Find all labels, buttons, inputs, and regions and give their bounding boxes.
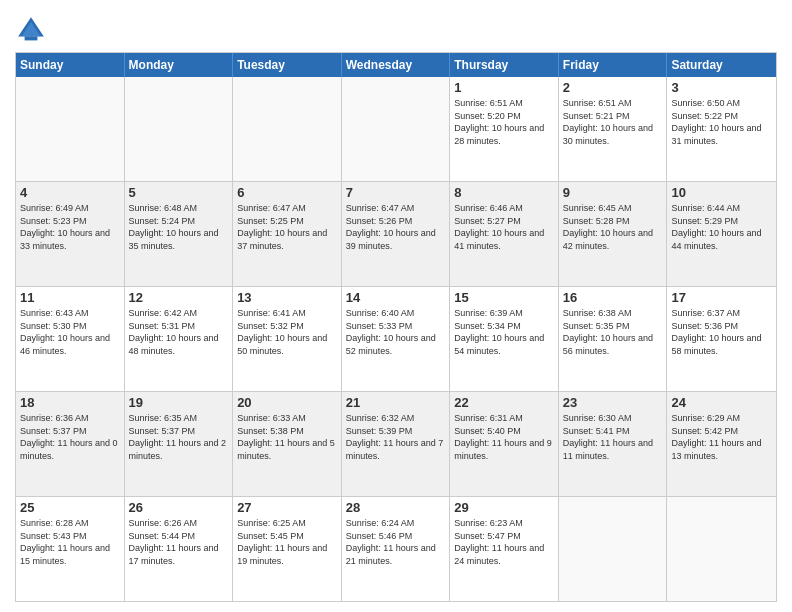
day-number: 18 (20, 395, 120, 410)
day-number: 17 (671, 290, 772, 305)
calendar-week-2: 11Sunrise: 6:43 AM Sunset: 5:30 PM Dayli… (16, 286, 776, 391)
calendar-day-11: 11Sunrise: 6:43 AM Sunset: 5:30 PM Dayli… (16, 287, 125, 391)
day-number: 9 (563, 185, 663, 200)
calendar-day-10: 10Sunrise: 6:44 AM Sunset: 5:29 PM Dayli… (667, 182, 776, 286)
calendar-empty-cell (233, 77, 342, 181)
calendar-day-1: 1Sunrise: 6:51 AM Sunset: 5:20 PM Daylig… (450, 77, 559, 181)
calendar-week-3: 18Sunrise: 6:36 AM Sunset: 5:37 PM Dayli… (16, 391, 776, 496)
header-day-friday: Friday (559, 53, 668, 77)
day-number: 28 (346, 500, 446, 515)
day-number: 13 (237, 290, 337, 305)
logo (15, 14, 51, 46)
header-day-thursday: Thursday (450, 53, 559, 77)
calendar-day-25: 25Sunrise: 6:28 AM Sunset: 5:43 PM Dayli… (16, 497, 125, 601)
day-info: Sunrise: 6:42 AM Sunset: 5:31 PM Dayligh… (129, 307, 229, 357)
day-number: 11 (20, 290, 120, 305)
page: SundayMondayTuesdayWednesdayThursdayFrid… (0, 0, 792, 612)
calendar-empty-cell (16, 77, 125, 181)
day-info: Sunrise: 6:25 AM Sunset: 5:45 PM Dayligh… (237, 517, 337, 567)
calendar-day-14: 14Sunrise: 6:40 AM Sunset: 5:33 PM Dayli… (342, 287, 451, 391)
day-info: Sunrise: 6:48 AM Sunset: 5:24 PM Dayligh… (129, 202, 229, 252)
day-info: Sunrise: 6:39 AM Sunset: 5:34 PM Dayligh… (454, 307, 554, 357)
day-info: Sunrise: 6:41 AM Sunset: 5:32 PM Dayligh… (237, 307, 337, 357)
calendar: SundayMondayTuesdayWednesdayThursdayFrid… (15, 52, 777, 602)
calendar-empty-cell (667, 497, 776, 601)
day-info: Sunrise: 6:33 AM Sunset: 5:38 PM Dayligh… (237, 412, 337, 462)
day-number: 7 (346, 185, 446, 200)
header-day-wednesday: Wednesday (342, 53, 451, 77)
day-info: Sunrise: 6:51 AM Sunset: 5:20 PM Dayligh… (454, 97, 554, 147)
day-info: Sunrise: 6:32 AM Sunset: 5:39 PM Dayligh… (346, 412, 446, 462)
day-info: Sunrise: 6:47 AM Sunset: 5:25 PM Dayligh… (237, 202, 337, 252)
calendar-day-16: 16Sunrise: 6:38 AM Sunset: 5:35 PM Dayli… (559, 287, 668, 391)
header-day-sunday: Sunday (16, 53, 125, 77)
calendar-day-6: 6Sunrise: 6:47 AM Sunset: 5:25 PM Daylig… (233, 182, 342, 286)
calendar-day-2: 2Sunrise: 6:51 AM Sunset: 5:21 PM Daylig… (559, 77, 668, 181)
calendar-day-17: 17Sunrise: 6:37 AM Sunset: 5:36 PM Dayli… (667, 287, 776, 391)
day-number: 2 (563, 80, 663, 95)
calendar-day-18: 18Sunrise: 6:36 AM Sunset: 5:37 PM Dayli… (16, 392, 125, 496)
calendar-body: 1Sunrise: 6:51 AM Sunset: 5:20 PM Daylig… (16, 77, 776, 601)
day-info: Sunrise: 6:44 AM Sunset: 5:29 PM Dayligh… (671, 202, 772, 252)
day-info: Sunrise: 6:24 AM Sunset: 5:46 PM Dayligh… (346, 517, 446, 567)
day-number: 24 (671, 395, 772, 410)
day-info: Sunrise: 6:38 AM Sunset: 5:35 PM Dayligh… (563, 307, 663, 357)
header-day-monday: Monday (125, 53, 234, 77)
day-info: Sunrise: 6:23 AM Sunset: 5:47 PM Dayligh… (454, 517, 554, 567)
svg-rect-2 (25, 36, 38, 40)
day-info: Sunrise: 6:29 AM Sunset: 5:42 PM Dayligh… (671, 412, 772, 462)
day-number: 14 (346, 290, 446, 305)
day-number: 22 (454, 395, 554, 410)
day-number: 8 (454, 185, 554, 200)
calendar-day-27: 27Sunrise: 6:25 AM Sunset: 5:45 PM Dayli… (233, 497, 342, 601)
day-number: 6 (237, 185, 337, 200)
day-number: 1 (454, 80, 554, 95)
day-info: Sunrise: 6:40 AM Sunset: 5:33 PM Dayligh… (346, 307, 446, 357)
logo-icon (15, 14, 47, 46)
calendar-day-13: 13Sunrise: 6:41 AM Sunset: 5:32 PM Dayli… (233, 287, 342, 391)
calendar-week-0: 1Sunrise: 6:51 AM Sunset: 5:20 PM Daylig… (16, 77, 776, 181)
calendar-day-4: 4Sunrise: 6:49 AM Sunset: 5:23 PM Daylig… (16, 182, 125, 286)
day-info: Sunrise: 6:46 AM Sunset: 5:27 PM Dayligh… (454, 202, 554, 252)
day-number: 29 (454, 500, 554, 515)
day-info: Sunrise: 6:28 AM Sunset: 5:43 PM Dayligh… (20, 517, 120, 567)
calendar-empty-cell (559, 497, 668, 601)
calendar-day-28: 28Sunrise: 6:24 AM Sunset: 5:46 PM Dayli… (342, 497, 451, 601)
calendar-day-15: 15Sunrise: 6:39 AM Sunset: 5:34 PM Dayli… (450, 287, 559, 391)
calendar-day-20: 20Sunrise: 6:33 AM Sunset: 5:38 PM Dayli… (233, 392, 342, 496)
calendar-week-4: 25Sunrise: 6:28 AM Sunset: 5:43 PM Dayli… (16, 496, 776, 601)
calendar-day-22: 22Sunrise: 6:31 AM Sunset: 5:40 PM Dayli… (450, 392, 559, 496)
day-info: Sunrise: 6:36 AM Sunset: 5:37 PM Dayligh… (20, 412, 120, 462)
header (15, 10, 777, 46)
header-day-saturday: Saturday (667, 53, 776, 77)
calendar-day-7: 7Sunrise: 6:47 AM Sunset: 5:26 PM Daylig… (342, 182, 451, 286)
header-day-tuesday: Tuesday (233, 53, 342, 77)
day-number: 4 (20, 185, 120, 200)
day-info: Sunrise: 6:50 AM Sunset: 5:22 PM Dayligh… (671, 97, 772, 147)
day-info: Sunrise: 6:47 AM Sunset: 5:26 PM Dayligh… (346, 202, 446, 252)
day-info: Sunrise: 6:49 AM Sunset: 5:23 PM Dayligh… (20, 202, 120, 252)
calendar-day-12: 12Sunrise: 6:42 AM Sunset: 5:31 PM Dayli… (125, 287, 234, 391)
day-info: Sunrise: 6:31 AM Sunset: 5:40 PM Dayligh… (454, 412, 554, 462)
day-info: Sunrise: 6:43 AM Sunset: 5:30 PM Dayligh… (20, 307, 120, 357)
calendar-day-26: 26Sunrise: 6:26 AM Sunset: 5:44 PM Dayli… (125, 497, 234, 601)
calendar-day-23: 23Sunrise: 6:30 AM Sunset: 5:41 PM Dayli… (559, 392, 668, 496)
day-info: Sunrise: 6:45 AM Sunset: 5:28 PM Dayligh… (563, 202, 663, 252)
calendar-day-24: 24Sunrise: 6:29 AM Sunset: 5:42 PM Dayli… (667, 392, 776, 496)
calendar-day-29: 29Sunrise: 6:23 AM Sunset: 5:47 PM Dayli… (450, 497, 559, 601)
calendar-day-9: 9Sunrise: 6:45 AM Sunset: 5:28 PM Daylig… (559, 182, 668, 286)
calendar-day-21: 21Sunrise: 6:32 AM Sunset: 5:39 PM Dayli… (342, 392, 451, 496)
day-number: 26 (129, 500, 229, 515)
calendar-empty-cell (342, 77, 451, 181)
calendar-day-8: 8Sunrise: 6:46 AM Sunset: 5:27 PM Daylig… (450, 182, 559, 286)
day-info: Sunrise: 6:35 AM Sunset: 5:37 PM Dayligh… (129, 412, 229, 462)
day-number: 27 (237, 500, 337, 515)
day-number: 20 (237, 395, 337, 410)
day-number: 23 (563, 395, 663, 410)
calendar-day-3: 3Sunrise: 6:50 AM Sunset: 5:22 PM Daylig… (667, 77, 776, 181)
calendar-empty-cell (125, 77, 234, 181)
day-number: 15 (454, 290, 554, 305)
day-info: Sunrise: 6:51 AM Sunset: 5:21 PM Dayligh… (563, 97, 663, 147)
day-number: 3 (671, 80, 772, 95)
day-number: 19 (129, 395, 229, 410)
